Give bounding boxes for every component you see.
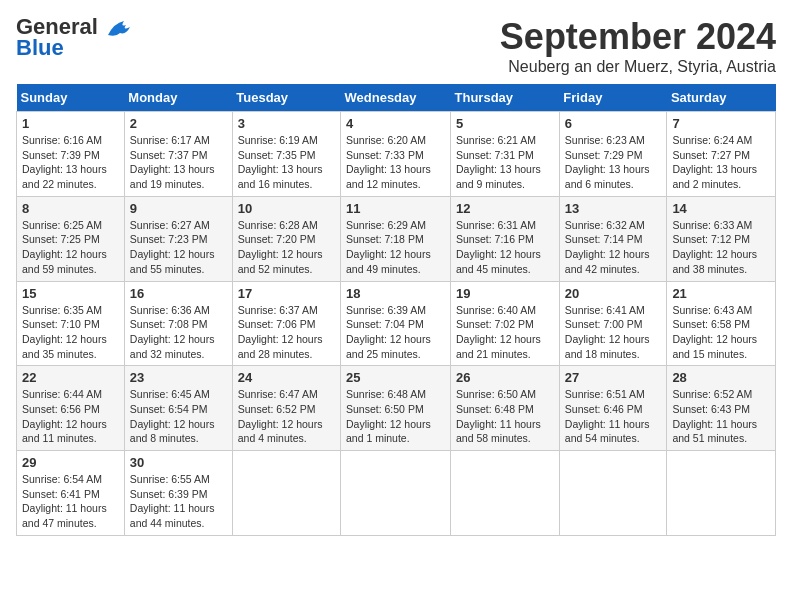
calendar-cell: 22Sunrise: 6:44 AM Sunset: 6:56 PM Dayli…	[17, 366, 125, 451]
day-number: 25	[346, 370, 445, 385]
calendar-cell: 12Sunrise: 6:31 AM Sunset: 7:16 PM Dayli…	[451, 196, 560, 281]
col-header-wednesday: Wednesday	[341, 84, 451, 112]
day-info: Sunrise: 6:17 AM Sunset: 7:37 PM Dayligh…	[130, 133, 227, 192]
day-info: Sunrise: 6:23 AM Sunset: 7:29 PM Dayligh…	[565, 133, 662, 192]
day-info: Sunrise: 6:39 AM Sunset: 7:04 PM Dayligh…	[346, 303, 445, 362]
day-info: Sunrise: 6:40 AM Sunset: 7:02 PM Dayligh…	[456, 303, 554, 362]
calendar-cell: 1Sunrise: 6:16 AM Sunset: 7:39 PM Daylig…	[17, 112, 125, 197]
calendar-cell: 25Sunrise: 6:48 AM Sunset: 6:50 PM Dayli…	[341, 366, 451, 451]
day-number: 4	[346, 116, 445, 131]
day-info: Sunrise: 6:44 AM Sunset: 6:56 PM Dayligh…	[22, 387, 119, 446]
day-number: 10	[238, 201, 335, 216]
day-info: Sunrise: 6:32 AM Sunset: 7:14 PM Dayligh…	[565, 218, 662, 277]
day-info: Sunrise: 6:51 AM Sunset: 6:46 PM Dayligh…	[565, 387, 662, 446]
day-number: 18	[346, 286, 445, 301]
day-info: Sunrise: 6:19 AM Sunset: 7:35 PM Dayligh…	[238, 133, 335, 192]
calendar-cell: 24Sunrise: 6:47 AM Sunset: 6:52 PM Dayli…	[232, 366, 340, 451]
day-info: Sunrise: 6:52 AM Sunset: 6:43 PM Dayligh…	[672, 387, 770, 446]
calendar-cell: 21Sunrise: 6:43 AM Sunset: 6:58 PM Dayli…	[667, 281, 776, 366]
day-number: 27	[565, 370, 662, 385]
calendar-cell: 29Sunrise: 6:54 AM Sunset: 6:41 PM Dayli…	[17, 451, 125, 536]
day-number: 17	[238, 286, 335, 301]
day-info: Sunrise: 6:43 AM Sunset: 6:58 PM Dayligh…	[672, 303, 770, 362]
day-info: Sunrise: 6:24 AM Sunset: 7:27 PM Dayligh…	[672, 133, 770, 192]
day-info: Sunrise: 6:50 AM Sunset: 6:48 PM Dayligh…	[456, 387, 554, 446]
day-info: Sunrise: 6:37 AM Sunset: 7:06 PM Dayligh…	[238, 303, 335, 362]
calendar-cell	[232, 451, 340, 536]
calendar-cell: 23Sunrise: 6:45 AM Sunset: 6:54 PM Dayli…	[124, 366, 232, 451]
calendar-cell: 15Sunrise: 6:35 AM Sunset: 7:10 PM Dayli…	[17, 281, 125, 366]
calendar-cell: 19Sunrise: 6:40 AM Sunset: 7:02 PM Dayli…	[451, 281, 560, 366]
day-info: Sunrise: 6:35 AM Sunset: 7:10 PM Dayligh…	[22, 303, 119, 362]
location-title: Neuberg an der Muerz, Styria, Austria	[500, 58, 776, 76]
calendar-cell: 9Sunrise: 6:27 AM Sunset: 7:23 PM Daylig…	[124, 196, 232, 281]
day-info: Sunrise: 6:21 AM Sunset: 7:31 PM Dayligh…	[456, 133, 554, 192]
day-info: Sunrise: 6:55 AM Sunset: 6:39 PM Dayligh…	[130, 472, 227, 531]
day-info: Sunrise: 6:36 AM Sunset: 7:08 PM Dayligh…	[130, 303, 227, 362]
day-number: 24	[238, 370, 335, 385]
day-info: Sunrise: 6:25 AM Sunset: 7:25 PM Dayligh…	[22, 218, 119, 277]
day-info: Sunrise: 6:27 AM Sunset: 7:23 PM Dayligh…	[130, 218, 227, 277]
day-info: Sunrise: 6:20 AM Sunset: 7:33 PM Dayligh…	[346, 133, 445, 192]
day-number: 23	[130, 370, 227, 385]
calendar-cell: 18Sunrise: 6:39 AM Sunset: 7:04 PM Dayli…	[341, 281, 451, 366]
calendar-cell: 27Sunrise: 6:51 AM Sunset: 6:46 PM Dayli…	[559, 366, 667, 451]
day-number: 28	[672, 370, 770, 385]
calendar-cell: 14Sunrise: 6:33 AM Sunset: 7:12 PM Dayli…	[667, 196, 776, 281]
calendar-cell	[667, 451, 776, 536]
day-number: 2	[130, 116, 227, 131]
calendar-cell	[341, 451, 451, 536]
calendar-cell: 10Sunrise: 6:28 AM Sunset: 7:20 PM Dayli…	[232, 196, 340, 281]
day-number: 7	[672, 116, 770, 131]
day-info: Sunrise: 6:33 AM Sunset: 7:12 PM Dayligh…	[672, 218, 770, 277]
calendar-cell: 16Sunrise: 6:36 AM Sunset: 7:08 PM Dayli…	[124, 281, 232, 366]
calendar-cell: 17Sunrise: 6:37 AM Sunset: 7:06 PM Dayli…	[232, 281, 340, 366]
day-info: Sunrise: 6:48 AM Sunset: 6:50 PM Dayligh…	[346, 387, 445, 446]
title-block: September 2024 Neuberg an der Muerz, Sty…	[500, 16, 776, 76]
day-info: Sunrise: 6:28 AM Sunset: 7:20 PM Dayligh…	[238, 218, 335, 277]
day-number: 11	[346, 201, 445, 216]
day-info: Sunrise: 6:45 AM Sunset: 6:54 PM Dayligh…	[130, 387, 227, 446]
day-number: 29	[22, 455, 119, 470]
day-number: 6	[565, 116, 662, 131]
calendar-cell: 13Sunrise: 6:32 AM Sunset: 7:14 PM Dayli…	[559, 196, 667, 281]
day-number: 15	[22, 286, 119, 301]
calendar-cell: 6Sunrise: 6:23 AM Sunset: 7:29 PM Daylig…	[559, 112, 667, 197]
day-number: 1	[22, 116, 119, 131]
col-header-friday: Friday	[559, 84, 667, 112]
day-number: 21	[672, 286, 770, 301]
calendar-cell: 28Sunrise: 6:52 AM Sunset: 6:43 PM Dayli…	[667, 366, 776, 451]
page-header: General Blue September 2024 Neuberg an d…	[16, 16, 776, 76]
calendar-cell: 11Sunrise: 6:29 AM Sunset: 7:18 PM Dayli…	[341, 196, 451, 281]
col-header-thursday: Thursday	[451, 84, 560, 112]
logo-blue: Blue	[16, 35, 64, 61]
calendar-cell: 3Sunrise: 6:19 AM Sunset: 7:35 PM Daylig…	[232, 112, 340, 197]
day-info: Sunrise: 6:41 AM Sunset: 7:00 PM Dayligh…	[565, 303, 662, 362]
day-info: Sunrise: 6:31 AM Sunset: 7:16 PM Dayligh…	[456, 218, 554, 277]
col-header-saturday: Saturday	[667, 84, 776, 112]
logo-bird-icon	[106, 17, 136, 39]
col-header-tuesday: Tuesday	[232, 84, 340, 112]
day-number: 16	[130, 286, 227, 301]
calendar-cell: 30Sunrise: 6:55 AM Sunset: 6:39 PM Dayli…	[124, 451, 232, 536]
day-info: Sunrise: 6:16 AM Sunset: 7:39 PM Dayligh…	[22, 133, 119, 192]
day-info: Sunrise: 6:54 AM Sunset: 6:41 PM Dayligh…	[22, 472, 119, 531]
logo: General Blue	[16, 16, 136, 61]
day-number: 3	[238, 116, 335, 131]
day-info: Sunrise: 6:29 AM Sunset: 7:18 PM Dayligh…	[346, 218, 445, 277]
calendar-cell	[451, 451, 560, 536]
col-header-monday: Monday	[124, 84, 232, 112]
day-number: 30	[130, 455, 227, 470]
calendar-cell: 7Sunrise: 6:24 AM Sunset: 7:27 PM Daylig…	[667, 112, 776, 197]
month-title: September 2024	[500, 16, 776, 58]
day-number: 5	[456, 116, 554, 131]
day-number: 14	[672, 201, 770, 216]
calendar-cell: 20Sunrise: 6:41 AM Sunset: 7:00 PM Dayli…	[559, 281, 667, 366]
day-number: 26	[456, 370, 554, 385]
day-number: 22	[22, 370, 119, 385]
day-info: Sunrise: 6:47 AM Sunset: 6:52 PM Dayligh…	[238, 387, 335, 446]
calendar-cell: 5Sunrise: 6:21 AM Sunset: 7:31 PM Daylig…	[451, 112, 560, 197]
day-number: 19	[456, 286, 554, 301]
col-header-sunday: Sunday	[17, 84, 125, 112]
calendar-cell: 8Sunrise: 6:25 AM Sunset: 7:25 PM Daylig…	[17, 196, 125, 281]
